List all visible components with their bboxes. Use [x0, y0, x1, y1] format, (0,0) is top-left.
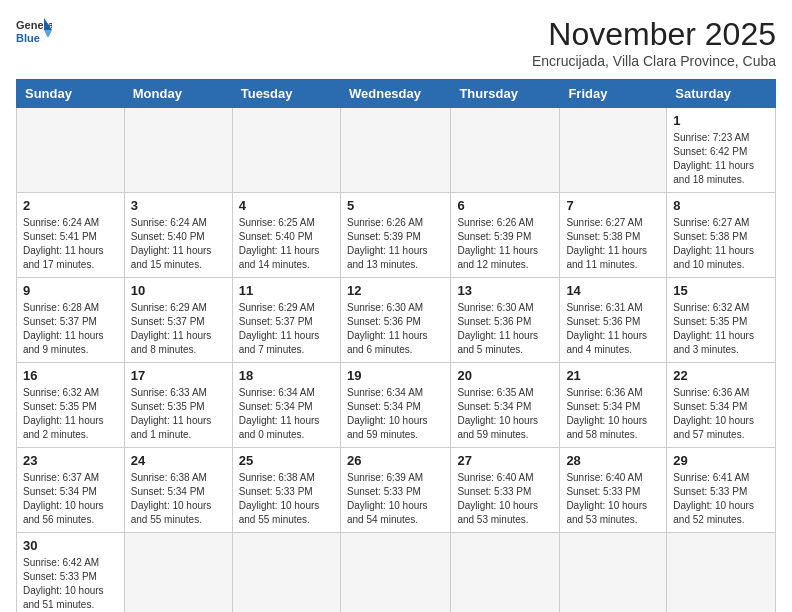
week-row-2: 9Sunrise: 6:28 AM Sunset: 5:37 PM Daylig…: [17, 278, 776, 363]
location-title: Encrucijada, Villa Clara Province, Cuba: [532, 53, 776, 69]
day-number: 8: [673, 198, 769, 213]
day-number: 25: [239, 453, 334, 468]
day-number: 12: [347, 283, 444, 298]
calendar-cell: 6Sunrise: 6:26 AM Sunset: 5:39 PM Daylig…: [451, 193, 560, 278]
day-number: 24: [131, 453, 226, 468]
day-number: 3: [131, 198, 226, 213]
day-info: Sunrise: 6:32 AM Sunset: 5:35 PM Dayligh…: [23, 386, 118, 442]
svg-text:Blue: Blue: [16, 32, 40, 44]
calendar-cell: 29Sunrise: 6:41 AM Sunset: 5:33 PM Dayli…: [667, 448, 776, 533]
calendar-cell: 20Sunrise: 6:35 AM Sunset: 5:34 PM Dayli…: [451, 363, 560, 448]
title-section: November 2025 Encrucijada, Villa Clara P…: [532, 16, 776, 69]
day-number: 22: [673, 368, 769, 383]
calendar-cell: [124, 108, 232, 193]
calendar-cell: 5Sunrise: 6:26 AM Sunset: 5:39 PM Daylig…: [340, 193, 450, 278]
week-row-3: 16Sunrise: 6:32 AM Sunset: 5:35 PM Dayli…: [17, 363, 776, 448]
day-info: Sunrise: 6:38 AM Sunset: 5:34 PM Dayligh…: [131, 471, 226, 527]
day-header-sunday: Sunday: [17, 80, 125, 108]
calendar-cell: [232, 108, 340, 193]
calendar-cell: [232, 533, 340, 613]
month-title: November 2025: [532, 16, 776, 53]
day-number: 29: [673, 453, 769, 468]
calendar-cell: 24Sunrise: 6:38 AM Sunset: 5:34 PM Dayli…: [124, 448, 232, 533]
day-number: 27: [457, 453, 553, 468]
day-info: Sunrise: 6:29 AM Sunset: 5:37 PM Dayligh…: [131, 301, 226, 357]
day-number: 10: [131, 283, 226, 298]
day-number: 9: [23, 283, 118, 298]
day-number: 28: [566, 453, 660, 468]
calendar-cell: [124, 533, 232, 613]
calendar-cell: 2Sunrise: 6:24 AM Sunset: 5:41 PM Daylig…: [17, 193, 125, 278]
day-number: 14: [566, 283, 660, 298]
week-row-1: 2Sunrise: 6:24 AM Sunset: 5:41 PM Daylig…: [17, 193, 776, 278]
day-info: Sunrise: 6:32 AM Sunset: 5:35 PM Dayligh…: [673, 301, 769, 357]
day-info: Sunrise: 7:23 AM Sunset: 6:42 PM Dayligh…: [673, 131, 769, 187]
calendar-cell: [340, 108, 450, 193]
day-number: 4: [239, 198, 334, 213]
day-number: 15: [673, 283, 769, 298]
calendar-cell: [451, 108, 560, 193]
day-info: Sunrise: 6:24 AM Sunset: 5:40 PM Dayligh…: [131, 216, 226, 272]
day-info: Sunrise: 6:34 AM Sunset: 5:34 PM Dayligh…: [347, 386, 444, 442]
calendar-cell: 13Sunrise: 6:30 AM Sunset: 5:36 PM Dayli…: [451, 278, 560, 363]
calendar-cell: 21Sunrise: 6:36 AM Sunset: 5:34 PM Dayli…: [560, 363, 667, 448]
week-row-0: 1Sunrise: 7:23 AM Sunset: 6:42 PM Daylig…: [17, 108, 776, 193]
calendar-cell: 1Sunrise: 7:23 AM Sunset: 6:42 PM Daylig…: [667, 108, 776, 193]
calendar-cell: 30Sunrise: 6:42 AM Sunset: 5:33 PM Dayli…: [17, 533, 125, 613]
day-info: Sunrise: 6:34 AM Sunset: 5:34 PM Dayligh…: [239, 386, 334, 442]
day-number: 20: [457, 368, 553, 383]
calendar-cell: 12Sunrise: 6:30 AM Sunset: 5:36 PM Dayli…: [340, 278, 450, 363]
calendar-cell: 23Sunrise: 6:37 AM Sunset: 5:34 PM Dayli…: [17, 448, 125, 533]
calendar-cell: 16Sunrise: 6:32 AM Sunset: 5:35 PM Dayli…: [17, 363, 125, 448]
calendar-cell: 8Sunrise: 6:27 AM Sunset: 5:38 PM Daylig…: [667, 193, 776, 278]
generalblue-logo-icon: General Blue: [16, 16, 52, 44]
calendar-cell: 10Sunrise: 6:29 AM Sunset: 5:37 PM Dayli…: [124, 278, 232, 363]
calendar-cell: 27Sunrise: 6:40 AM Sunset: 5:33 PM Dayli…: [451, 448, 560, 533]
days-header-row: SundayMondayTuesdayWednesdayThursdayFrid…: [17, 80, 776, 108]
day-number: 30: [23, 538, 118, 553]
day-header-friday: Friday: [560, 80, 667, 108]
day-number: 26: [347, 453, 444, 468]
calendar-cell: 18Sunrise: 6:34 AM Sunset: 5:34 PM Dayli…: [232, 363, 340, 448]
calendar-cell: 25Sunrise: 6:38 AM Sunset: 5:33 PM Dayli…: [232, 448, 340, 533]
day-number: 5: [347, 198, 444, 213]
week-row-4: 23Sunrise: 6:37 AM Sunset: 5:34 PM Dayli…: [17, 448, 776, 533]
day-info: Sunrise: 6:37 AM Sunset: 5:34 PM Dayligh…: [23, 471, 118, 527]
day-info: Sunrise: 6:42 AM Sunset: 5:33 PM Dayligh…: [23, 556, 118, 612]
calendar-cell: 28Sunrise: 6:40 AM Sunset: 5:33 PM Dayli…: [560, 448, 667, 533]
calendar-cell: [560, 108, 667, 193]
day-number: 21: [566, 368, 660, 383]
day-number: 1: [673, 113, 769, 128]
day-info: Sunrise: 6:38 AM Sunset: 5:33 PM Dayligh…: [239, 471, 334, 527]
calendar-cell: [340, 533, 450, 613]
calendar-cell: 15Sunrise: 6:32 AM Sunset: 5:35 PM Dayli…: [667, 278, 776, 363]
day-header-wednesday: Wednesday: [340, 80, 450, 108]
calendar-cell: 19Sunrise: 6:34 AM Sunset: 5:34 PM Dayli…: [340, 363, 450, 448]
calendar-table: SundayMondayTuesdayWednesdayThursdayFrid…: [16, 79, 776, 612]
day-info: Sunrise: 6:28 AM Sunset: 5:37 PM Dayligh…: [23, 301, 118, 357]
day-number: 7: [566, 198, 660, 213]
header: General Blue November 2025 Encrucijada, …: [16, 16, 776, 69]
calendar-cell: 22Sunrise: 6:36 AM Sunset: 5:34 PM Dayli…: [667, 363, 776, 448]
day-number: 17: [131, 368, 226, 383]
day-info: Sunrise: 6:26 AM Sunset: 5:39 PM Dayligh…: [347, 216, 444, 272]
calendar-cell: 17Sunrise: 6:33 AM Sunset: 5:35 PM Dayli…: [124, 363, 232, 448]
calendar-cell: 7Sunrise: 6:27 AM Sunset: 5:38 PM Daylig…: [560, 193, 667, 278]
day-header-saturday: Saturday: [667, 80, 776, 108]
day-info: Sunrise: 6:41 AM Sunset: 5:33 PM Dayligh…: [673, 471, 769, 527]
day-info: Sunrise: 6:33 AM Sunset: 5:35 PM Dayligh…: [131, 386, 226, 442]
day-header-thursday: Thursday: [451, 80, 560, 108]
calendar-cell: 4Sunrise: 6:25 AM Sunset: 5:40 PM Daylig…: [232, 193, 340, 278]
day-info: Sunrise: 6:36 AM Sunset: 5:34 PM Dayligh…: [673, 386, 769, 442]
day-info: Sunrise: 6:39 AM Sunset: 5:33 PM Dayligh…: [347, 471, 444, 527]
day-info: Sunrise: 6:40 AM Sunset: 5:33 PM Dayligh…: [566, 471, 660, 527]
day-header-tuesday: Tuesday: [232, 80, 340, 108]
day-info: Sunrise: 6:26 AM Sunset: 5:39 PM Dayligh…: [457, 216, 553, 272]
day-info: Sunrise: 6:24 AM Sunset: 5:41 PM Dayligh…: [23, 216, 118, 272]
day-number: 2: [23, 198, 118, 213]
day-number: 13: [457, 283, 553, 298]
day-info: Sunrise: 6:27 AM Sunset: 5:38 PM Dayligh…: [566, 216, 660, 272]
day-info: Sunrise: 6:35 AM Sunset: 5:34 PM Dayligh…: [457, 386, 553, 442]
calendar-cell: 26Sunrise: 6:39 AM Sunset: 5:33 PM Dayli…: [340, 448, 450, 533]
day-info: Sunrise: 6:31 AM Sunset: 5:36 PM Dayligh…: [566, 301, 660, 357]
